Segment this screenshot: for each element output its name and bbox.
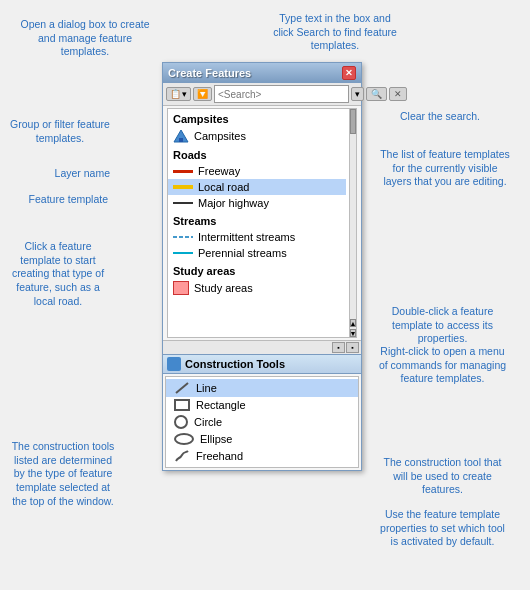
perennial-label: Perennial streams (198, 247, 287, 259)
local-road-label: Local road (198, 181, 249, 193)
feature-item-major-highway[interactable]: Major highway (168, 195, 346, 211)
panel-titlebar: Create Features ✕ (163, 63, 361, 83)
study-areas-icon (173, 281, 189, 295)
svg-rect-1 (179, 138, 183, 142)
tools-list: Line Rectangle Circle Ellipse (165, 376, 359, 468)
list-bottom-bar: ▪ ▪ (163, 340, 361, 354)
major-highway-icon (173, 198, 193, 208)
svg-line-4 (176, 383, 188, 393)
study-areas-label: Study areas (194, 282, 253, 294)
ellipse-tool-label: Ellipse (200, 433, 232, 445)
feature-item-freeway[interactable]: Freeway (168, 163, 346, 179)
manage-icon: 📋 (170, 89, 181, 99)
intermittent-stream-icon (173, 232, 193, 242)
construction-tools-header: Construction Tools (163, 354, 361, 374)
feature-item-study-areas[interactable]: Study areas (168, 279, 346, 297)
feature-props-callout: Use the feature template properties to s… (375, 508, 510, 549)
type-search-callout: Type text in the box and click Search to… (270, 12, 400, 53)
search-button[interactable]: 🔍 (366, 87, 387, 101)
ellipse-tool-icon (174, 433, 194, 445)
freehand-tool-label: Freehand (196, 450, 243, 462)
panel-close-button[interactable]: ✕ (342, 66, 356, 80)
panel-toolbar: 📋 ▾ 🔽 ▾ 🔍 ✕ (163, 83, 361, 106)
open-dialog-callout: Open a dialog box to create and manage f… (20, 18, 150, 59)
tool-item-freehand[interactable]: Freehand (166, 447, 358, 465)
circle-tool-label: Circle (194, 416, 222, 428)
line-tool-icon (174, 381, 190, 395)
campsite-icon (173, 129, 189, 143)
freeway-label: Freeway (198, 165, 240, 177)
construction-tools-title: Construction Tools (185, 358, 285, 370)
feature-template-list: Campsites Campsites Roads Freeway Loc (167, 108, 357, 338)
panel-title: Create Features (168, 67, 251, 79)
freeway-icon (173, 166, 193, 176)
clear-search-button[interactable]: ✕ (389, 87, 407, 101)
list-option-btn1[interactable]: ▪ (332, 342, 345, 353)
search-dropdown-button[interactable]: ▾ (351, 87, 364, 101)
freehand-tool-icon (174, 449, 190, 463)
intermittent-label: Intermittent streams (198, 231, 295, 243)
tool-item-rectangle[interactable]: Rectangle (166, 397, 358, 413)
tool-item-line[interactable]: Line (166, 379, 358, 397)
layer-name-callout: Layer name (30, 167, 110, 181)
campsite-label: Campsites (194, 130, 246, 142)
feature-item-campsites[interactable]: Campsites (168, 127, 346, 145)
right-click-callout: Right-click to open a menu of commands f… (375, 345, 510, 386)
feature-template-callout: Feature template (18, 193, 108, 207)
click-feature-callout: Click a feature template to start creati… (8, 240, 108, 308)
feature-item-local-road[interactable]: Local road (168, 179, 346, 195)
construction-tools-icon (167, 357, 181, 371)
layer-name-campsites: Campsites (168, 109, 346, 127)
double-click-callout: Double-click a feature template to acces… (375, 305, 510, 346)
local-road-icon (173, 182, 193, 192)
manage-templates-button[interactable]: 📋 ▾ (166, 87, 191, 101)
tool-item-circle[interactable]: Circle (166, 413, 358, 431)
search-input[interactable] (214, 85, 349, 103)
scroll-up-button[interactable]: ▲ (350, 319, 356, 327)
clear-search-callout: Clear the search. (385, 110, 495, 124)
scroll-down-button[interactable]: ▼ (350, 329, 356, 337)
major-highway-label: Major highway (198, 197, 269, 209)
scrollbar-thumb[interactable] (350, 109, 356, 134)
layer-name-streams: Streams (168, 211, 346, 229)
circle-tool-icon (174, 415, 188, 429)
construction-tools-callout: The construction tools listed are determ… (8, 440, 118, 508)
scrollbar-track[interactable]: ▲ ▼ (349, 108, 357, 338)
layer-name-roads: Roads (168, 145, 346, 163)
perennial-stream-icon (173, 248, 193, 258)
line-tool-label: Line (196, 382, 217, 394)
rectangle-tool-label: Rectangle (196, 399, 246, 411)
feature-item-perennial[interactable]: Perennial streams (168, 245, 346, 261)
construction-tool-desc-callout: The construction tool that will be used … (375, 456, 510, 497)
filter-icon: 🔽 (197, 89, 208, 99)
filter-templates-button[interactable]: 🔽 (193, 87, 212, 101)
rectangle-tool-icon (174, 399, 190, 411)
manage-dropdown-icon: ▾ (182, 89, 187, 99)
create-features-panel: Create Features ✕ 📋 ▾ 🔽 ▾ 🔍 ✕ Campsites (162, 62, 362, 471)
list-option-btn2[interactable]: ▪ (346, 342, 359, 353)
feature-list-desc-callout: The list of feature templates for the cu… (380, 148, 510, 189)
feature-item-intermittent[interactable]: Intermittent streams (168, 229, 346, 245)
tool-item-ellipse[interactable]: Ellipse (166, 431, 358, 447)
group-filter-callout: Group or filter feature templates. (10, 118, 110, 145)
layer-name-study-areas: Study areas (168, 261, 346, 279)
